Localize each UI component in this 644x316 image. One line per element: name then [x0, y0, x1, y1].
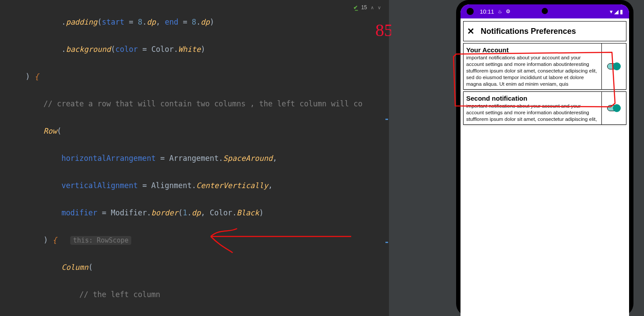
camera-hole [542, 8, 548, 14]
status-time: 10:11 [480, 8, 494, 15]
editor-scrollbar[interactable] [385, 0, 389, 316]
signal-icon: ◢ [614, 8, 619, 15]
pref-title: Your Account [466, 46, 599, 54]
preferences-header: ✕ Notifications Preferences [463, 21, 626, 41]
wifi-icon: ▾ [610, 8, 613, 15]
device-frame: 10:11 ♨ ⚙ ▾ ◢ ▮ ✕ Notifications Preferen… [456, 0, 633, 316]
code-text[interactable]: .padding(start = 8.dp, end = 8.dp) .back… [0, 0, 389, 316]
toggle-switch[interactable] [607, 63, 620, 69]
header-title: Notifications Preferences [481, 27, 576, 36]
toggle-switch[interactable] [607, 105, 620, 111]
gear-icon: ⚙ [506, 8, 511, 15]
pref-body: important notifications about your accou… [466, 54, 599, 87]
device-preview-pane: 10:11 ♨ ⚙ ▾ ◢ ▮ ✕ Notifications Preferen… [391, 0, 644, 316]
close-icon[interactable]: ✕ [467, 26, 475, 36]
pref-row: Second notification important notificati… [463, 91, 626, 125]
pref-row: Your Account important notifications abo… [463, 43, 626, 90]
code-editor[interactable]: ✔̲ 15 ∧ ∨ .padding(start = 8.dp, end = 8… [0, 0, 389, 316]
battery-icon: ▮ [620, 8, 623, 15]
camera-dot-icon [467, 8, 474, 15]
pref-title: Second notification [466, 94, 599, 102]
device-screen[interactable]: 10:11 ♨ ⚙ ▾ ◢ ▮ ✕ Notifications Preferen… [461, 4, 629, 316]
debug-icon: ♨ [498, 9, 502, 15]
pref-body: important notifications about your accou… [466, 103, 599, 123]
